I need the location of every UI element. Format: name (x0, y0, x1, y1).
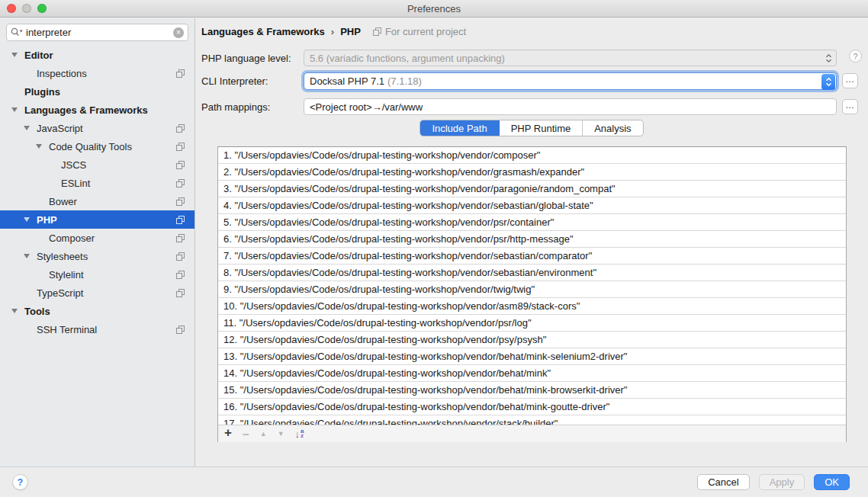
clear-search-icon[interactable]: × (173, 27, 184, 38)
include-path-row[interactable]: 1. "/Users/opdavies/Code/os/drupal-testi… (218, 147, 846, 164)
duplicate-icon (176, 289, 185, 297)
help-button[interactable]: ? (12, 474, 28, 490)
cli-interpreter-version: (7.1.18) (387, 75, 422, 87)
breadcrumb-separator-icon: › (331, 26, 334, 37)
include-path-row[interactable]: 7. "/Users/opdavies/Code/os/drupal-testi… (218, 248, 846, 265)
duplicate-icon (176, 325, 185, 334)
include-path-row[interactable]: 10. "/Users/opdavies/Code/os/drupal-test… (218, 298, 846, 315)
duplicate-icon (176, 161, 185, 169)
sidebar-item-bower[interactable]: Bower (0, 192, 194, 210)
sidebar-item-code-quality-tools[interactable]: Code Quality Tools (0, 137, 194, 156)
path-mappings-label: Path mappings: (201, 101, 270, 113)
include-path-row[interactable]: 6. "/Users/opdavies/Code/os/drupal-testi… (218, 231, 846, 248)
cancel-button[interactable]: Cancel (697, 474, 749, 490)
context-help-icon[interactable]: ? (849, 50, 862, 63)
duplicate-icon (176, 197, 185, 206)
sidebar-item-label: ESLint (61, 178, 90, 189)
duplicate-icon (176, 216, 185, 224)
include-path-row[interactable]: 13. "/Users/opdavies/Code/os/drupal-test… (218, 348, 846, 365)
include-path-row[interactable]: 2. "/Users/opdavies/Code/os/drupal-testi… (218, 164, 846, 181)
include-path-panel: 1. "/Users/opdavies/Code/os/drupal-testi… (217, 146, 847, 442)
include-path-row[interactable]: 11. "/Users/opdavies/Code/os/drupal-test… (218, 315, 846, 332)
duplicate-icon (176, 252, 185, 261)
include-path-row[interactable]: 12. "/Users/opdavies/Code/os/drupal-test… (218, 332, 846, 348)
duplicate-icon (176, 124, 185, 133)
add-button[interactable]: + (224, 425, 232, 441)
sidebar-item-label: Composer (49, 232, 95, 244)
include-path-row[interactable]: 14. "/Users/opdavies/Code/os/drupal-test… (218, 365, 846, 382)
expand-arrow-icon[interactable] (21, 254, 37, 258)
sidebar-item-javascript[interactable]: JavaScript (0, 119, 194, 137)
settings-main-panel: Languages & Frameworks › PHP For current… (195, 18, 868, 467)
include-path-row[interactable]: 15. "/Users/opdavies/Code/os/drupal-test… (218, 382, 846, 399)
search-icon[interactable] (11, 27, 24, 37)
path-mappings-field[interactable]: <Project root>→/var/www (304, 98, 837, 115)
sidebar-item-label: SSH Terminal (37, 324, 97, 335)
include-path-list[interactable]: 1. "/Users/opdavies/Code/os/drupal-testi… (218, 147, 846, 425)
sidebar-item-label: TypeScript (37, 287, 83, 299)
sidebar-item-plugins[interactable]: Plugins (0, 82, 194, 101)
tab-analysis[interactable]: Analysis (583, 120, 642, 136)
include-path-row[interactable]: 5. "/Users/opdavies/Code/os/drupal-testi… (218, 214, 846, 231)
browse-interpreters-button[interactable]: … (842, 73, 858, 88)
duplicate-icon (176, 271, 185, 279)
browse-mappings-button[interactable]: … (842, 99, 858, 114)
breadcrumb-parent[interactable]: Languages & Frameworks (201, 26, 325, 37)
scope-label: For current project (385, 26, 466, 37)
zoom-window-icon[interactable] (37, 4, 47, 13)
close-window-icon[interactable] (7, 4, 16, 13)
traffic-lights (7, 4, 47, 13)
sidebar-item-label: Stylelint (49, 269, 84, 281)
sidebar-item-ssh-terminal[interactable]: SSH Terminal (0, 320, 194, 338)
cli-interpreter-combobox[interactable]: Docksal PHP 7.1 (7.1.18) (304, 72, 837, 90)
include-path-row[interactable]: 3. "/Users/opdavies/Code/os/drupal-testi… (218, 181, 846, 197)
sidebar-item-jscs[interactable]: JSCS (0, 156, 194, 174)
sidebar-item-typescript[interactable]: TypeScript (0, 284, 194, 302)
search-input[interactable] (26, 27, 173, 38)
sidebar-item-inspections[interactable]: Inspections (0, 64, 194, 82)
sidebar-item-label: Languages & Frameworks (24, 104, 148, 116)
tab-include-path[interactable]: Include Path (420, 120, 499, 136)
sidebar-item-label: Stylesheets (37, 251, 88, 262)
settings-sidebar: × EditorInspectionsPluginsLanguages & Fr… (0, 18, 195, 467)
include-path-row[interactable]: 16. "/Users/opdavies/Code/os/drupal-test… (218, 399, 846, 415)
sidebar-item-stylesheets[interactable]: Stylesheets (0, 247, 194, 265)
sidebar-item-eslint[interactable]: ESLint (0, 174, 194, 192)
settings-search-box[interactable]: × (6, 24, 188, 41)
sidebar-item-languages-frameworks[interactable]: Languages & Frameworks (0, 101, 194, 119)
settings-tree: EditorInspectionsPluginsLanguages & Fram… (0, 46, 194, 338)
include-path-row[interactable]: 8. "/Users/opdavies/Code/os/drupal-testi… (218, 265, 846, 281)
cli-interpreter-label: CLI Interpreter: (201, 75, 268, 87)
expand-arrow-icon[interactable] (9, 107, 24, 112)
sort-alphabetically-button[interactable]: ↓az (295, 428, 304, 440)
remove-button: − (243, 428, 249, 441)
sidebar-item-php[interactable]: PHP (0, 210, 194, 229)
include-path-row[interactable]: 17. "/Users/opdavies/Code/os/drupal-test… (218, 415, 846, 425)
tab-php-runtime[interactable]: PHP Runtime (500, 120, 583, 136)
ok-button[interactable]: OK (814, 474, 850, 490)
breadcrumb: Languages & Frameworks › PHP For current… (201, 26, 466, 37)
include-path-row[interactable]: 4. "/Users/opdavies/Code/os/drupal-testi… (218, 197, 846, 214)
sidebar-item-stylelint[interactable]: Stylelint (0, 265, 194, 284)
sidebar-item-label: JavaScript (37, 123, 83, 134)
tab-bar-container: Include PathPHP RuntimeAnalysis (195, 120, 868, 136)
sort-arrow-icon: ↓ (295, 428, 301, 440)
duplicate-icon (176, 234, 185, 242)
include-path-row[interactable]: 9. "/Users/opdavies/Code/os/drupal-testi… (218, 281, 846, 298)
sidebar-item-composer[interactable]: Composer (0, 229, 194, 247)
sidebar-item-editor[interactable]: Editor (0, 46, 194, 64)
combo-stepper-icon[interactable] (821, 74, 835, 90)
php-language-level-select: 5.6 (variadic functions, argument unpack… (304, 50, 837, 66)
title-bar: Preferences (0, 0, 868, 18)
expand-arrow-icon[interactable] (9, 309, 24, 313)
php-language-level-value: 5.6 (variadic functions, argument unpack… (310, 53, 505, 64)
list-toolbar: +−▲▼↓az (218, 425, 846, 442)
sidebar-item-tools[interactable]: Tools (0, 302, 194, 320)
minimize-window-icon[interactable] (22, 4, 31, 13)
sidebar-item-label: Inspections (37, 68, 87, 79)
expand-arrow-icon[interactable] (21, 217, 37, 222)
cli-interpreter-value: Docksal PHP 7.1 (310, 75, 384, 87)
expand-arrow-icon[interactable] (9, 53, 24, 57)
expand-arrow-icon[interactable] (21, 126, 37, 130)
expand-arrow-icon[interactable] (34, 144, 49, 149)
